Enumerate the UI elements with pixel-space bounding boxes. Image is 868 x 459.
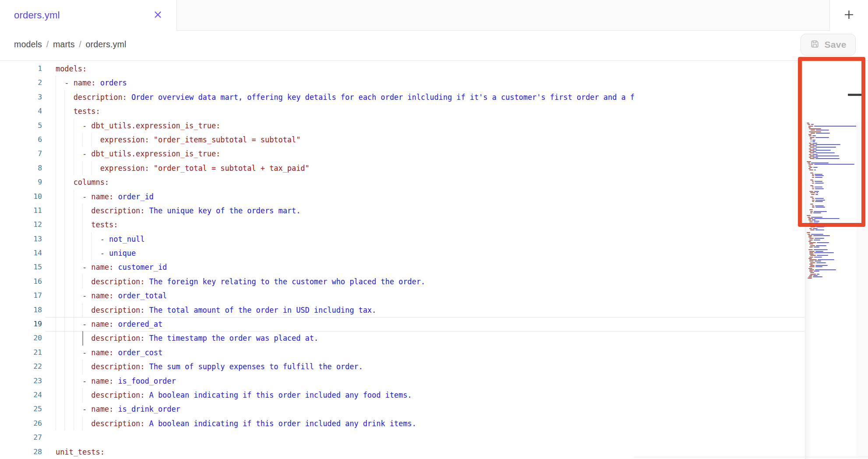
code-line[interactable]: 8 expression: "order_total = subtotal + … — [0, 161, 805, 175]
code-line[interactable]: 18 description: The total amount of the … — [0, 303, 805, 317]
new-tab-button[interactable] — [829, 0, 868, 31]
minimap-line — [810, 245, 826, 246]
minimap-line — [810, 144, 840, 145]
code-line[interactable]: 10 - name: order_id — [0, 190, 805, 204]
code-line-text: description: Order overview data mart, o… — [56, 90, 635, 104]
minimap-line — [809, 143, 817, 144]
code-line[interactable]: 27 — [0, 431, 805, 445]
line-number: 19 — [0, 317, 42, 331]
code-line-text: models: — [56, 62, 87, 76]
code-line[interactable]: 13 - not_null — [0, 232, 805, 246]
line-number: 6 — [0, 133, 42, 147]
overview-ruler[interactable] — [856, 122, 868, 459]
code-token: A boolean indicating if this order inclu… — [145, 391, 412, 399]
line-number: 2 — [0, 76, 42, 90]
code-line[interactable]: 19 - name: ordered_at — [0, 317, 805, 331]
line-number: 23 — [0, 374, 42, 388]
code-line-text: - name: ordered_at — [56, 317, 162, 331]
code-line[interactable]: 16 description: The foreign key relating… — [0, 275, 805, 289]
code-token: - — [82, 291, 91, 300]
minimap-line — [809, 135, 816, 136]
code-line[interactable]: 21 - name: order_cost — [0, 346, 805, 360]
minimap-line — [809, 247, 819, 247]
code-line[interactable]: 20 description: The timestamp the order … — [0, 331, 805, 345]
code-token: name: — [74, 78, 96, 87]
tab-orders-yml[interactable]: orders.yml — [0, 0, 177, 31]
code-line[interactable]: 2 - name: orders — [0, 76, 805, 90]
minimap-line — [808, 124, 814, 125]
line-number: 24 — [0, 388, 42, 402]
minimap-line — [812, 200, 825, 201]
code-line[interactable]: 1models: — [0, 62, 805, 76]
breadcrumb-separator: / — [42, 39, 53, 49]
code-viewport[interactable]: 1models:2 - name: orders3 description: O… — [0, 61, 805, 459]
code-line[interactable]: 11 description: The unique key of the or… — [0, 204, 805, 218]
code-line[interactable]: 15 - name: customer_id — [0, 260, 805, 274]
code-token: is_food_order — [113, 377, 176, 385]
code-line[interactable]: 24 description: A boolean indicating if … — [0, 388, 805, 402]
minimap-line — [812, 207, 825, 208]
code-token: models: — [56, 64, 87, 73]
minimap-line — [812, 187, 822, 187]
code-token: expression: — [100, 135, 149, 144]
code-line[interactable]: 25 - name: is_drink_order — [0, 402, 805, 416]
minimap-line — [808, 134, 812, 135]
save-button[interactable]: Save — [801, 34, 856, 56]
minimap[interactable] — [805, 122, 857, 459]
line-number: 9 — [0, 175, 42, 189]
minimap-line — [809, 266, 822, 267]
code-token: not_null — [109, 235, 145, 244]
code-token: order_cost — [113, 348, 162, 357]
minimap-line — [810, 274, 819, 275]
code-token: name: — [91, 263, 113, 272]
code-line[interactable]: 26 description: A boolean indicating if … — [0, 417, 805, 431]
line-number: 14 — [0, 246, 42, 260]
code-line[interactable]: 22 description: The sum of supply expens… — [0, 360, 805, 374]
minimap-line — [809, 259, 834, 260]
code-token: columns: — [74, 178, 109, 187]
tab-close-button[interactable] — [152, 10, 163, 21]
minimap-line — [807, 232, 810, 233]
code-line[interactable]: 9 columns: — [0, 175, 805, 189]
minimap-line — [809, 128, 821, 129]
minimap-line — [809, 228, 818, 229]
line-number: 18 — [0, 303, 42, 317]
code-token: - — [100, 249, 109, 258]
minimap-line — [810, 173, 813, 173]
code-line-text: - name: is_food_order — [56, 374, 176, 388]
code-line[interactable]: 14 - unique — [0, 246, 805, 260]
minimap-line — [811, 140, 815, 141]
code-line[interactable]: 4 tests: — [0, 104, 805, 118]
line-number: 15 — [0, 260, 42, 274]
line-number: 27 — [0, 431, 42, 445]
code-line[interactable]: 3 description: Order overview data mart,… — [0, 90, 805, 104]
code-token: name: — [91, 348, 113, 357]
code-editor: 1models:2 - name: orders3 description: O… — [0, 61, 868, 459]
code-line[interactable]: 7 - dbt_utils.expression_is_true: — [0, 147, 805, 161]
code-token: description: — [91, 362, 145, 371]
code-token: description: — [91, 306, 145, 314]
minimap-line — [808, 164, 854, 165]
minimap-line — [807, 161, 811, 162]
code-line[interactable]: 17 - name: order_total — [0, 289, 805, 303]
line-number: 20 — [0, 331, 42, 345]
minimap-line — [809, 238, 824, 239]
plus-icon — [843, 9, 855, 22]
code-line[interactable]: 23 - name: is_food_order — [0, 374, 805, 388]
minimap-line — [809, 167, 818, 168]
minimap-line — [809, 254, 814, 254]
minimap-line — [809, 251, 823, 252]
code-token: description: — [91, 334, 145, 342]
code-line[interactable]: 6 expression: "order_items_subtotal = su… — [0, 133, 805, 147]
code-token: is_drink_order — [113, 405, 180, 413]
minimap-line — [809, 244, 813, 244]
code-token: tests: — [74, 107, 100, 116]
code-line[interactable]: 5 - dbt_utils.expression_is_true: — [0, 119, 805, 133]
code-line-text: - dbt_utils.expression_is_true: — [56, 119, 220, 133]
code-token: name: — [91, 377, 113, 385]
ide-window: orders.yml models / marts / orders.yml S… — [0, 0, 868, 459]
code-line[interactable]: 12 tests: — [0, 218, 805, 232]
code-line-text: - not_null — [56, 232, 145, 246]
code-token: unique — [109, 249, 136, 258]
minimap-line — [808, 278, 812, 279]
